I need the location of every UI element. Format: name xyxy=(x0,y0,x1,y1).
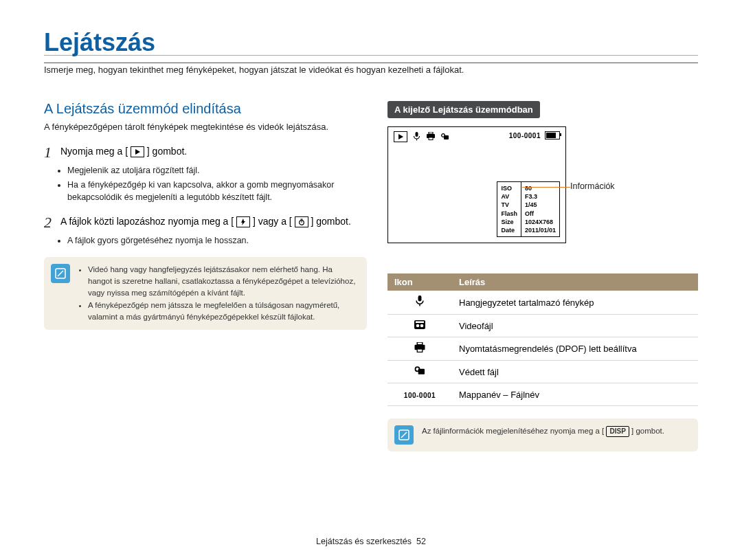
table-row: Videofájl xyxy=(387,315,698,337)
row-desc: Videofájl xyxy=(452,315,698,337)
lock-icon xyxy=(387,361,452,383)
table-header-icon: Ikon xyxy=(387,273,452,291)
flash-icon xyxy=(236,216,250,227)
info-panel: ISO AV TV Flash Size Date 80 F3.3 1/45 O… xyxy=(497,181,560,237)
svg-rect-20 xyxy=(416,322,424,324)
note-box: Videó hang vagy hangfeljegyzés lejátszás… xyxy=(44,257,367,330)
screen-top-right: 100-0001 xyxy=(509,131,560,139)
folder-file-id: 100-0001 xyxy=(509,132,541,139)
svg-line-27 xyxy=(401,432,407,438)
footer-page-number: 52 xyxy=(416,537,426,546)
folder-file-id: 100-0001 xyxy=(387,383,452,406)
table-row: 100-0001 Mappanév – Fájlnév xyxy=(387,383,698,406)
note2-text-a: Az fájlinformációk megjelenítéséhez nyom… xyxy=(422,427,604,435)
svg-rect-15 xyxy=(418,295,422,302)
info-value: 1024X768 xyxy=(525,218,556,226)
table-row: Hangjegyzetet tartalmazó fénykép xyxy=(387,291,698,315)
callout-label: Információk xyxy=(570,181,615,191)
battery-icon xyxy=(545,131,560,139)
camera-screen-diagram: 100-0001 ISO AV TV Flash Size Date xyxy=(387,126,698,257)
step-2-bullets: A fájlok gyors görgetéséhez nyomja le ho… xyxy=(44,234,367,247)
row-desc: Nyomtatásmegrendelés (DPOF) lett beállít… xyxy=(452,337,698,361)
disp-button-label: DISP xyxy=(606,426,629,437)
info-label: TV xyxy=(501,201,517,209)
note-body-2: Az fájlinformációk megjelenítéséhez nyom… xyxy=(422,425,664,437)
row-desc: Védett fájl xyxy=(452,361,698,383)
note-icon xyxy=(394,425,414,445)
printer-icon xyxy=(387,337,452,361)
svg-rect-8 xyxy=(416,132,418,137)
right-heading: A kijelző Lejátszás üzemmódban xyxy=(387,101,540,118)
callout-line xyxy=(522,187,570,188)
info-value: Off xyxy=(525,210,556,218)
page-title: Lejátszás xyxy=(44,30,698,55)
table-row: Védett fájl xyxy=(387,361,698,383)
svg-marker-1 xyxy=(241,219,245,225)
svg-rect-3 xyxy=(300,219,302,220)
play-icon xyxy=(131,146,144,157)
info-label: AV xyxy=(501,192,517,201)
table-row: Nyomtatásmegrendelés (DPOF) lett beállít… xyxy=(387,337,698,361)
video-icon xyxy=(387,315,452,337)
svg-point-18 xyxy=(416,324,420,328)
step-1-part-b: ] gombot. xyxy=(147,146,187,157)
playback-mode-icon xyxy=(394,131,407,142)
note-icon xyxy=(51,264,70,283)
table-header-desc: Leírás xyxy=(452,273,698,291)
svg-rect-23 xyxy=(417,349,423,352)
svg-marker-7 xyxy=(398,134,403,139)
mic-icon xyxy=(387,291,452,315)
lock-icon xyxy=(441,132,449,142)
svg-point-14 xyxy=(442,134,445,137)
footer-text: Lejátszás és szerkesztés xyxy=(316,537,412,546)
page-footer: Lejátszás és szerkesztés 52 xyxy=(0,537,742,546)
camera-screen: 100-0001 ISO AV TV Flash Size Date xyxy=(387,126,566,243)
info-value: F3.3 xyxy=(525,192,556,201)
icon-table: Ikon Leírás Hangjegyzetet tartalmazó fén… xyxy=(387,273,698,406)
note2-text-b: ] gombot. xyxy=(631,427,664,435)
printer-icon xyxy=(426,132,436,142)
step-1-part-a: Nyomja meg a [ xyxy=(60,146,128,157)
step-2-part-b: ] vagy a [ xyxy=(253,216,292,227)
info-value: 2011/01/01 xyxy=(525,226,556,234)
svg-rect-11 xyxy=(429,132,433,134)
svg-line-6 xyxy=(58,271,63,276)
svg-rect-12 xyxy=(429,137,433,140)
step-1-bullets: Megjelenik az utoljára rögzített fájl. H… xyxy=(44,164,367,204)
info-value: 80 xyxy=(525,184,556,192)
list-item: A fájlok gyors görgetéséhez nyomja le ho… xyxy=(67,234,367,247)
info-label: Size xyxy=(501,218,517,226)
list-item: A fényképezőgép nem játssza le megfelelő… xyxy=(88,300,357,324)
note-box-2: Az fájlinformációk megjelenítéséhez nyom… xyxy=(387,418,698,451)
step-1-text: Nyomja meg a [ ] gombot. xyxy=(60,145,187,159)
timer-icon xyxy=(295,216,308,227)
row-desc: Mappanév – Fájlnév xyxy=(452,383,698,406)
svg-marker-0 xyxy=(135,149,140,155)
row-desc: Hangjegyzetet tartalmazó fénykép xyxy=(452,291,698,315)
intro-text: Ismerje meg, hogyan tekinthet meg fényké… xyxy=(44,63,698,75)
step-2-part-a: A fájlok közti lapozáshoz nyomja meg a [ xyxy=(60,216,234,227)
section-heading: A Lejátszás üzemmód elindítása xyxy=(44,101,367,117)
mic-icon xyxy=(413,132,420,142)
svg-point-19 xyxy=(420,324,424,328)
note-body: Videó hang vagy hangfeljegyzés lejátszás… xyxy=(78,264,357,323)
step-2-text: A fájlok közti lapozáshoz nyomja meg a [… xyxy=(60,215,351,229)
svg-rect-22 xyxy=(417,342,423,345)
section-desc: A fényképezőgépen tárolt fényképek megte… xyxy=(44,121,367,134)
list-item: Videó hang vagy hangfeljegyzés lejátszás… xyxy=(88,264,357,300)
step-number-2: 2 xyxy=(44,215,60,230)
step-number-1: 1 xyxy=(44,145,60,160)
step-2-part-c: ] gombot. xyxy=(311,216,351,227)
info-label: Flash xyxy=(501,210,517,218)
info-label: Date xyxy=(501,226,517,234)
list-item: Ha a fényképezőgép ki van kapcsolva, akk… xyxy=(67,179,367,205)
list-item: Megjelenik az utoljára rögzített fájl. xyxy=(67,164,367,177)
info-label: ISO xyxy=(501,184,517,192)
info-value: 1/45 xyxy=(525,201,556,209)
